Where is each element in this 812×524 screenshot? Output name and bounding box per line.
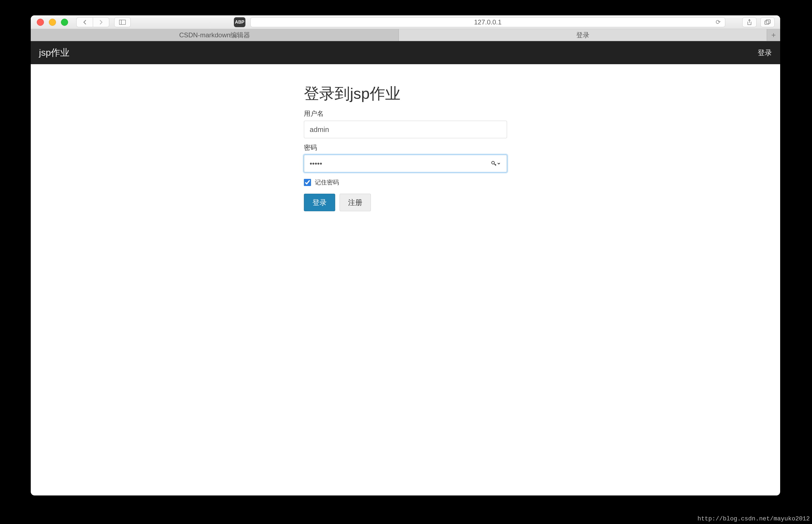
maximize-icon[interactable]	[61, 19, 68, 26]
titlebar: ABP 127.0.0.1 ⟳	[31, 15, 780, 29]
tab-login[interactable]: 登录	[399, 29, 767, 41]
brand-title: jsp作业	[39, 46, 69, 59]
chevron-right-icon	[100, 20, 102, 24]
login-form: 登录到jsp作业 用户名 密码 记住密码 登录 注册	[304, 83, 507, 211]
share-icon	[747, 19, 752, 25]
address-bar[interactable]: 127.0.0.1 ⟳	[250, 17, 725, 27]
remember-checkbox[interactable]	[304, 179, 311, 186]
register-button[interactable]: 注册	[339, 194, 371, 211]
svg-rect-2	[766, 20, 770, 23]
tabs-icon	[765, 19, 770, 25]
back-button[interactable]	[76, 17, 93, 27]
close-icon[interactable]	[37, 19, 44, 26]
sidebar-icon	[120, 20, 126, 24]
browser-window: ABP 127.0.0.1 ⟳ CSDN-markdown编辑器 登录 + js…	[31, 15, 780, 495]
toolbar-right	[742, 17, 775, 27]
new-tab-button[interactable]: +	[767, 29, 780, 41]
username-label: 用户名	[304, 109, 507, 118]
tab-label: 登录	[576, 31, 589, 39]
button-row: 登录 注册	[304, 194, 507, 211]
password-input[interactable]	[304, 155, 507, 172]
tab-bar: CSDN-markdown编辑器 登录 +	[31, 29, 780, 41]
tab-label: CSDN-markdown编辑器	[179, 31, 250, 39]
sidebar-toggle-button[interactable]	[114, 17, 131, 27]
username-input[interactable]	[304, 121, 507, 138]
adblock-badge[interactable]: ABP	[234, 17, 245, 27]
page-content: 登录到jsp作业 用户名 密码 记住密码 登录 注册	[31, 64, 780, 211]
forward-button[interactable]	[93, 17, 109, 27]
share-button[interactable]	[742, 17, 757, 27]
address-text: 127.0.0.1	[474, 18, 501, 26]
submit-button[interactable]: 登录	[304, 194, 335, 211]
form-heading: 登录到jsp作业	[304, 83, 507, 104]
login-link[interactable]: 登录	[758, 48, 772, 58]
password-wrap	[304, 155, 507, 172]
watermark-text: http://blog.csdn.net/mayuko2012	[698, 515, 810, 522]
tabs-button[interactable]	[760, 17, 775, 27]
app-header: jsp作业 登录	[31, 41, 780, 64]
svg-rect-1	[765, 21, 769, 24]
remember-row[interactable]: 记住密码	[304, 178, 507, 186]
password-label: 密码	[304, 143, 507, 152]
nav-buttons	[76, 17, 109, 27]
chevron-down-icon	[497, 162, 500, 165]
reload-icon[interactable]: ⟳	[716, 19, 721, 26]
chevron-left-icon	[84, 20, 86, 24]
remember-label: 记住密码	[315, 178, 339, 186]
minimize-icon[interactable]	[49, 19, 56, 26]
traffic-lights	[31, 19, 68, 26]
tab-csdn[interactable]: CSDN-markdown编辑器	[31, 29, 399, 41]
key-icon[interactable]	[491, 161, 500, 166]
username-wrap	[304, 121, 507, 138]
